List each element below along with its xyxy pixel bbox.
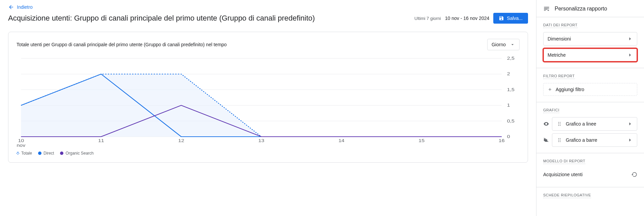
section-filter-label: FILTRO REPORT [543,74,575,79]
caret-down-icon [510,42,515,47]
svg-point-25 [560,125,560,126]
svg-point-24 [558,125,559,126]
svg-text:1: 1 [507,103,510,108]
chart-legend: Totale Direct Organic Search [17,151,520,156]
legend-item-direct[interactable]: Direct [38,151,54,156]
dimensions-item[interactable]: Dimensioni [543,32,637,46]
chevron-right-icon [627,137,633,143]
svg-text:11: 11 [98,138,104,143]
period-select[interactable]: Giorno [487,39,520,50]
plus-icon [548,87,552,92]
svg-point-29 [560,140,560,140]
section-model-label: MODELLO DI REPORT [543,159,585,164]
chart-card-title: Totale utenti per Gruppo di canali princ… [17,42,227,47]
save-button[interactable]: Salva... [493,13,528,24]
svg-text:12: 12 [178,138,184,143]
drag-handle-icon[interactable] [556,137,562,143]
section-summary-label: SCHEDE RIEPILOGATIVE [543,193,591,198]
bar-chart-label: Grafico a barre [566,137,597,143]
svg-point-22 [558,124,559,124]
customize-panel: Personalizza rapporto DATI DEI REPORT Di… [536,0,644,216]
legend-item-total[interactable]: Totale [17,151,32,156]
model-name-row: Acquisizione utenti [543,168,637,181]
chart-card: Totale utenti per Gruppo di canali princ… [8,32,528,163]
chevron-right-icon [627,121,633,127]
svg-point-20 [558,122,559,123]
legend-item-organic[interactable]: Organic Search [60,151,93,156]
svg-point-21 [560,122,560,123]
chevron-right-icon [627,52,633,58]
model-name-label: Acquisizione utenti [543,172,583,177]
visibility-off-icon[interactable] [543,137,549,143]
back-link[interactable]: Indietro [8,4,33,10]
legend-label-direct: Direct [43,151,54,156]
legend-dot-total-icon [17,152,19,155]
legend-dot-direct-icon [38,152,41,155]
legend-dot-organic-icon [60,152,63,155]
drag-handle-icon[interactable] [556,121,562,127]
legend-label-total: Totale [21,151,32,156]
dimensions-label: Dimensioni [548,36,571,42]
page-title: Acquisizione utenti: Gruppo di canali pr… [8,14,315,23]
svg-point-27 [560,138,560,139]
svg-point-26 [558,138,559,139]
svg-text:2: 2 [507,72,510,76]
date-prefix: Ultimi 7 giorni [414,16,441,21]
arrow-left-icon [8,4,14,10]
line-chart-label: Grafico a linee [566,121,596,127]
add-filter-item[interactable]: Aggiungi filtro [543,83,637,96]
restore-icon[interactable] [631,171,637,178]
section-report-data-label: DATI DEI REPORT [543,23,578,28]
add-filter-label: Aggiungi filtro [556,87,584,92]
svg-text:13: 13 [258,138,264,143]
visibility-on-icon[interactable] [543,121,549,127]
svg-point-28 [558,140,559,140]
save-button-label: Salva... [507,16,523,21]
customize-panel-title: Personalizza rapporto [555,6,607,12]
svg-text:16: 16 [499,138,505,143]
section-charts-label: GRAFICI [543,108,559,113]
svg-point-31 [560,141,560,142]
metrics-label: Metriche [548,52,566,58]
svg-text:0,5: 0,5 [507,119,515,124]
svg-text:14: 14 [339,138,345,143]
period-select-label: Giorno [492,42,506,47]
customize-icon [543,5,550,12]
legend-label-organic: Organic Search [65,151,93,156]
svg-text:10: 10 [18,138,24,143]
svg-text:15: 15 [418,138,425,143]
svg-text:0: 0 [507,134,510,139]
svg-text:2,5: 2,5 [507,56,515,61]
line-chart: 00,511,522,5 10111213141516nov [17,56,520,147]
svg-text:1,5: 1,5 [507,87,515,92]
svg-point-23 [560,124,560,124]
save-icon [499,16,504,21]
svg-point-30 [558,141,559,142]
bar-chart-item[interactable]: Grafico a barre [552,133,637,147]
svg-text:nov: nov [17,143,26,147]
date-range[interactable]: 10 nov - 16 nov 2024 [445,16,490,21]
back-label: Indietro [17,4,33,10]
chevron-right-icon [627,36,633,42]
line-chart-item[interactable]: Grafico a linee [552,117,637,131]
metrics-item[interactable]: Metriche [543,48,637,62]
